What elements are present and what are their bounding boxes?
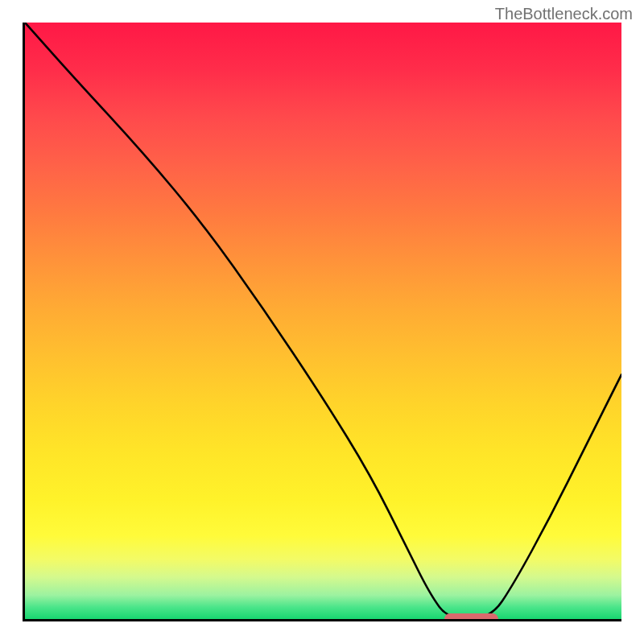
chart-container: TheBottleneck.com bbox=[0, 0, 644, 644]
optimal-marker bbox=[444, 613, 498, 621]
plot-area bbox=[23, 23, 621, 621]
bottleneck-curve bbox=[25, 23, 621, 619]
watermark-text: TheBottleneck.com bbox=[495, 5, 633, 23]
curve-layer bbox=[25, 23, 621, 619]
